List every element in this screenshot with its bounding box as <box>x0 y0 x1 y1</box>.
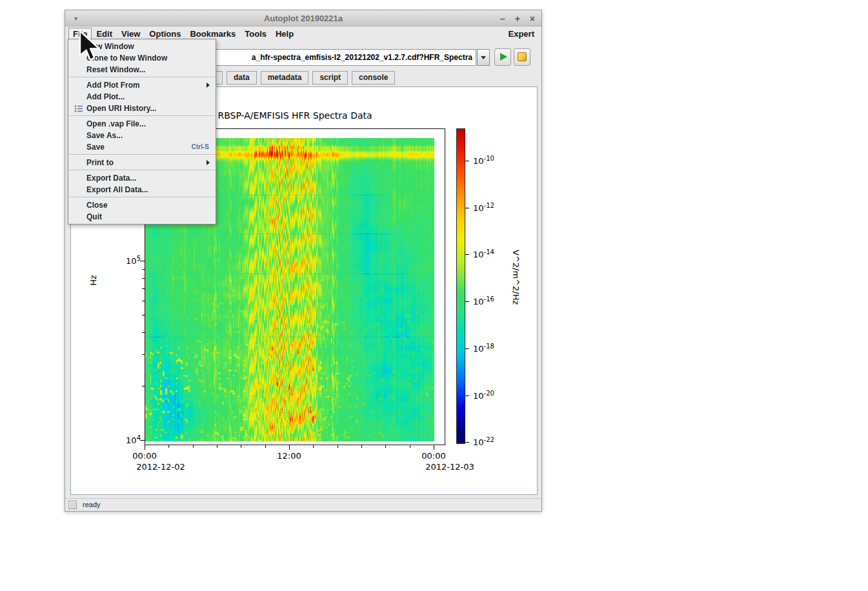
file-menu-item-open-vap-file[interactable]: Open .vap File... <box>68 118 216 130</box>
file-menu-item-print-to[interactable]: Print to <box>68 157 216 168</box>
file-menu-item-add-plot[interactable]: Add Plot... <box>68 91 216 103</box>
tick-mark <box>465 208 469 208</box>
menubar-item-view[interactable]: View <box>117 28 145 40</box>
tab-metadata[interactable]: metadata <box>261 71 309 85</box>
tick-mark <box>140 261 145 261</box>
minimize-button[interactable]: – <box>500 14 505 24</box>
x-axis-date-label: 2012-12-03 <box>421 462 479 472</box>
history-list-icon <box>74 105 83 116</box>
tick-mark <box>385 445 386 448</box>
tick-mark <box>434 445 434 450</box>
colorbar-tick-label: 10-16 <box>473 296 494 306</box>
menu-item-label: Reset Window... <box>86 65 145 74</box>
menu-separator <box>69 154 215 155</box>
tick-mark <box>140 440 145 441</box>
menu-item-label: Save As... <box>86 131 123 140</box>
window-controls: – + × <box>500 10 535 26</box>
expert-mode-label[interactable]: Expert <box>509 29 534 39</box>
uri-dropdown-button[interactable] <box>477 49 490 66</box>
tick-mark <box>241 445 241 448</box>
tick-mark <box>145 445 145 450</box>
colorbar-tick-label: 10-22 <box>473 436 494 447</box>
colorbar-label: V^2/m^2/Hz <box>511 250 521 305</box>
menu-item-label: Open URI History... <box>86 104 156 113</box>
tick-mark <box>142 354 145 355</box>
tick-mark <box>168 445 169 448</box>
menu-item-label: Add Plot... <box>86 92 125 101</box>
chevron-down-icon <box>481 56 486 59</box>
tick-mark <box>465 442 469 443</box>
menu-item-label: Quit <box>86 212 102 221</box>
y-axis-tick-label: 105 <box>107 255 141 266</box>
submenu-arrow-icon <box>207 160 210 165</box>
tick-mark <box>142 301 145 301</box>
go-plot-button[interactable] <box>494 48 511 66</box>
tab-console[interactable]: console <box>352 71 395 85</box>
file-edit-icon <box>518 52 527 61</box>
tick-mark <box>465 301 469 302</box>
tick-mark <box>142 386 145 386</box>
colorbar <box>456 128 465 444</box>
colorbar-tick-label: 10-10 <box>473 155 494 166</box>
maximize-button[interactable]: + <box>515 14 520 24</box>
y-axis-tick-label: 104 <box>107 434 141 445</box>
shortcut-label: Ctrl-S <box>192 141 209 153</box>
titlebar[interactable]: ▾ Autoplot 20190221a – + × <box>65 10 541 26</box>
colorbar-tick-label: 10-18 <box>473 343 494 354</box>
file-menu-item-close[interactable]: Close <box>68 199 216 211</box>
close-button[interactable]: × <box>530 14 535 24</box>
menu-item-label: Add Plot From <box>86 81 140 90</box>
file-menu-item-export-all-data[interactable]: Export All Data... <box>68 184 216 195</box>
file-menu-item-quit[interactable]: Quit <box>68 211 216 223</box>
menubar-item-help[interactable]: Help <box>271 28 298 40</box>
tick-mark <box>313 445 314 448</box>
menu-item-label: Close <box>86 201 108 210</box>
status-indicator <box>68 501 77 509</box>
tick-mark <box>289 445 290 450</box>
window-title: Autoplot 20190221a <box>65 10 541 26</box>
menubar-item-options[interactable]: Options <box>145 28 185 40</box>
tick-mark <box>142 332 145 333</box>
menubar-item-tools[interactable]: Tools <box>240 28 271 40</box>
menu-item-label: Export All Data... <box>86 185 148 194</box>
file-menu-item-add-plot-from[interactable]: Add Plot From <box>68 79 216 91</box>
x-axis-date-label: 2012-12-02 <box>132 462 190 472</box>
tick-mark <box>361 445 362 448</box>
menubar-item-bookmarks[interactable]: Bookmarks <box>185 28 240 40</box>
menu-item-label: Print to <box>86 158 114 167</box>
tick-mark <box>465 348 469 349</box>
tick-mark <box>193 445 194 448</box>
menu-separator <box>69 170 215 171</box>
tick-mark <box>338 445 338 448</box>
tick-mark <box>465 396 469 396</box>
file-menu-item-open-uri-history[interactable]: Open URI History... <box>68 103 216 114</box>
submenu-arrow-icon <box>207 83 210 88</box>
file-menu-item-save-as[interactable]: Save As... <box>68 130 216 141</box>
file-menu-item-export-data[interactable]: Export Data... <box>68 172 216 184</box>
inspect-uri-button[interactable] <box>514 48 530 66</box>
play-icon <box>500 53 507 61</box>
colorbar-tick-label: 10-20 <box>473 390 494 401</box>
statusbar: ready <box>65 498 541 511</box>
tick-mark <box>142 269 145 270</box>
tick-mark <box>465 161 469 161</box>
mouse-cursor-icon <box>78 30 106 64</box>
tick-mark <box>142 315 145 316</box>
file-menu-item-save[interactable]: SaveCtrl-S <box>68 141 216 153</box>
menu-item-label: Open .vap File... <box>86 119 146 128</box>
menu-separator <box>69 77 215 78</box>
status-text: ready <box>83 499 101 511</box>
tab-data[interactable]: data <box>227 71 257 85</box>
tab-script[interactable]: script <box>312 71 348 85</box>
menu-separator <box>69 115 215 117</box>
x-axis-tick-label: 00:00 <box>125 451 164 461</box>
file-menu: New WindowClone to New WindowReset Windo… <box>68 39 216 225</box>
menu-item-label: Save <box>86 143 105 152</box>
x-axis-tick-label: 12:00 <box>270 451 308 461</box>
tick-mark <box>142 278 145 279</box>
tick-mark <box>217 445 217 448</box>
window-menu-icon[interactable]: ▾ <box>74 10 77 26</box>
menu-item-label: Export Data... <box>86 174 136 183</box>
file-menu-item-reset-window[interactable]: Reset Window... <box>68 64 216 75</box>
tick-mark <box>265 445 266 448</box>
